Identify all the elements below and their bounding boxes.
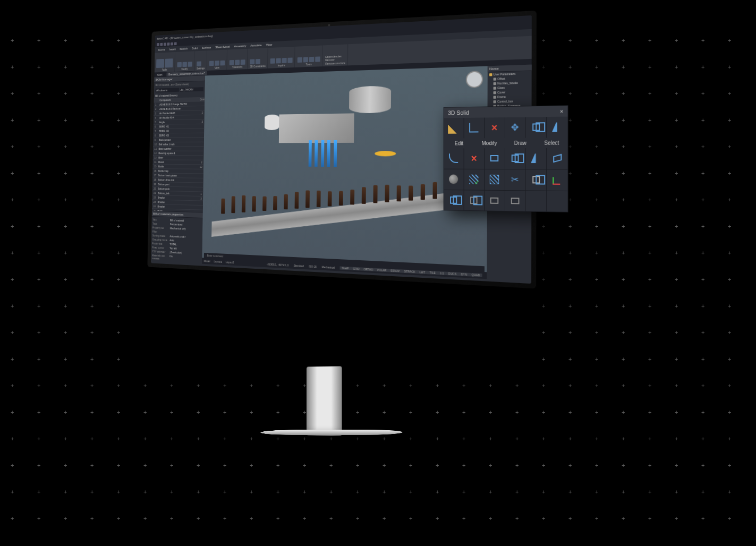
table-row[interactable]: 9Back jumper: [153, 138, 204, 142]
tab-edit[interactable]: Edit: [444, 140, 474, 146]
3d-solid-header[interactable]: 3D Solid ×: [444, 106, 568, 118]
tab-view[interactable]: View: [264, 43, 274, 47]
visual-style-icon[interactable]: [220, 61, 225, 66]
tab-home[interactable]: Home: [157, 48, 167, 51]
doc-tab-start[interactable]: Start: [157, 73, 162, 76]
print-icon[interactable]: [167, 42, 169, 46]
hatch-tool-icon[interactable]: [485, 169, 505, 190]
new-component-icon[interactable]: [156, 59, 164, 68]
tab-sheetmetal[interactable]: Sheet Metal: [214, 45, 232, 49]
hatch-check-tool-icon[interactable]: [464, 169, 483, 190]
sphere-tool-icon[interactable]: [444, 169, 464, 189]
copy2-tool-icon[interactable]: [505, 148, 525, 169]
bom-title: BOM Manager: [156, 78, 173, 81]
tab-annotate[interactable]: Annotate: [249, 44, 264, 47]
params-panel-icon[interactable]: [315, 56, 320, 62]
tab-assembly[interactable]: Assembly: [232, 44, 248, 48]
tab-layout1[interactable]: Layout1: [212, 260, 224, 263]
dissolve-icon[interactable]: [188, 62, 192, 67]
status-toggle-ducs[interactable]: DUCS: [446, 272, 459, 276]
explode-icon[interactable]: [303, 57, 308, 62]
table-row[interactable]: 10Ball valve 1 inch: [153, 142, 204, 147]
status-toggle-1:1[interactable]: 1:1: [438, 271, 446, 275]
table-row[interactable]: 12Bearing square 1: [153, 151, 204, 156]
bom-icon[interactable]: [282, 58, 287, 63]
status-toggle-esnap[interactable]: ESNAP: [388, 269, 402, 273]
bom-table[interactable]: 1ASME B16.5 Flange SN WF2ASME B16.9 Redu…: [152, 101, 205, 212]
ucs-tool-icon[interactable]: [464, 117, 483, 138]
status-toggle-quad[interactable]: QUAD: [469, 273, 482, 277]
status-toggle-dyn[interactable]: DYN: [458, 272, 469, 276]
concentric-icon[interactable]: [256, 59, 260, 64]
status-coords: -21308.5, -4679.5, 0: [265, 262, 291, 267]
settings-icon[interactable]: [197, 61, 201, 66]
table-row[interactable]: 11Base washer: [153, 147, 204, 151]
status-toggle-polar[interactable]: POLAR: [375, 268, 388, 272]
trim-tool-icon[interactable]: ✂: [505, 169, 525, 190]
bottle: [339, 191, 343, 206]
flyout-remove-structure[interactable]: Remove structure: [325, 61, 345, 65]
tab-layout2[interactable]: Layout2: [224, 260, 236, 264]
bottle: [284, 194, 288, 209]
ucs2-tool-icon[interactable]: [547, 169, 567, 191]
ribbon-label: 3D Constraints: [250, 64, 266, 68]
status-toggle-snap[interactable]: SNAP: [339, 266, 351, 270]
coincident-icon[interactable]: [250, 59, 254, 64]
tab-model[interactable]: Model: [202, 259, 212, 263]
bottle: [373, 185, 377, 203]
move-icon[interactable]: [230, 60, 234, 65]
bom-columns-dropdown[interactable]: All columns: [155, 88, 179, 92]
tab-draw[interactable]: Draw: [505, 140, 536, 146]
status-toggle-strack[interactable]: STRACK: [402, 269, 418, 274]
new-icon[interactable]: [157, 43, 159, 46]
browser-icon[interactable]: [309, 57, 314, 62]
close-icon[interactable]: ×: [560, 108, 564, 114]
move-tool-icon[interactable]: ✥: [505, 117, 525, 138]
bom-properties: Bill of materials properties TitleBill o…: [151, 211, 203, 264]
undo-icon[interactable]: [171, 42, 173, 46]
copy-tool-icon[interactable]: [526, 117, 547, 138]
array-icon[interactable]: [241, 59, 245, 65]
balloon-icon[interactable]: [270, 58, 275, 64]
extrude-tool-icon[interactable]: [547, 148, 567, 169]
save-icon[interactable]: [164, 42, 166, 46]
tab-modify[interactable]: Modify: [474, 140, 505, 146]
union-tool-icon[interactable]: [444, 190, 464, 211]
bom-filter-field[interactable]: 2M_THICKN: [180, 87, 203, 92]
box-tool-icon[interactable]: [485, 148, 505, 169]
status-toggle-grid[interactable]: GRID: [351, 267, 361, 270]
tab-solid[interactable]: Solid: [190, 47, 200, 50]
status-toggle-lwt[interactable]: LWT: [418, 270, 428, 274]
tab-insert[interactable]: Insert: [167, 48, 177, 51]
brush-tool-icon[interactable]: [444, 118, 464, 139]
command-prompt: Enter command: [207, 254, 224, 258]
mirror2-tool-icon[interactable]: [526, 148, 547, 169]
tab-sketch[interactable]: Sketch: [178, 47, 190, 50]
redo-icon[interactable]: [174, 42, 177, 45]
update-icon[interactable]: [298, 57, 302, 63]
tab-surface[interactable]: Surface: [200, 46, 213, 49]
tab-select[interactable]: Select: [536, 140, 568, 146]
delete-tool-icon[interactable]: ×: [485, 117, 505, 138]
balloon-auto-icon[interactable]: [276, 58, 281, 63]
bottle: [262, 197, 267, 211]
mass-props-icon[interactable]: [287, 57, 292, 63]
open-icon[interactable]: [160, 43, 163, 46]
rect2-tool-icon[interactable]: [505, 191, 525, 211]
rotate-icon[interactable]: [235, 60, 240, 65]
delete2-tool-icon[interactable]: ×: [464, 148, 483, 169]
replace-icon[interactable]: [182, 62, 186, 67]
init-structure-icon[interactable]: [165, 58, 173, 67]
open-copy-icon[interactable]: [177, 62, 181, 67]
mirror-tool-icon[interactable]: [547, 117, 567, 138]
subtract-tool-icon[interactable]: [464, 190, 483, 211]
sheets-tool-icon[interactable]: [526, 169, 547, 190]
status-toggle-tile[interactable]: TILE: [428, 271, 438, 275]
bottle: [385, 185, 389, 202]
show-icon[interactable]: [215, 61, 219, 66]
status-toggle-ortho[interactable]: ORTHO: [361, 267, 375, 271]
curve-tool-icon[interactable]: [444, 148, 464, 168]
hide-icon[interactable]: [209, 61, 214, 66]
rect-tool-icon[interactable]: [485, 190, 505, 211]
ribbon-label: Tools: [298, 62, 320, 66]
